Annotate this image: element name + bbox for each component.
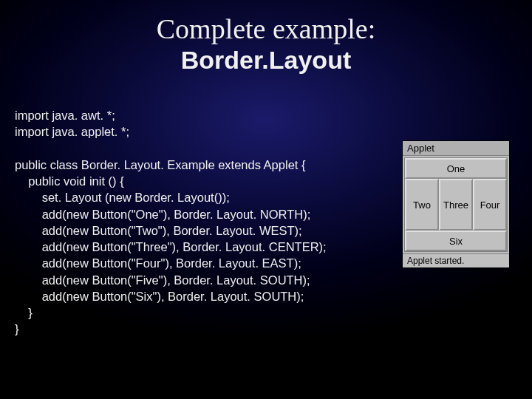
code-block: import java. awt. *; import java. applet… [15, 107, 327, 338]
applet-window: Applet One Two Three Four Six Applet sta… [402, 140, 510, 268]
title-line1: Complete example: [0, 13, 532, 46]
button-east[interactable]: Four [473, 179, 507, 231]
button-north[interactable]: One [405, 158, 507, 179]
applet-titlebar: Applet [403, 141, 509, 156]
title-line2: Border.Layout [0, 46, 532, 75]
borderlayout-grid: One Two Three Four Six [404, 157, 508, 252]
applet-status: Applet started. [403, 253, 509, 267]
button-south[interactable]: Six [405, 231, 507, 251]
button-center[interactable]: Three [439, 179, 473, 231]
slide: Complete example: Border.Layout import j… [0, 0, 532, 399]
slide-title: Complete example: Border.Layout [0, 0, 532, 75]
button-west[interactable]: Two [405, 179, 439, 231]
